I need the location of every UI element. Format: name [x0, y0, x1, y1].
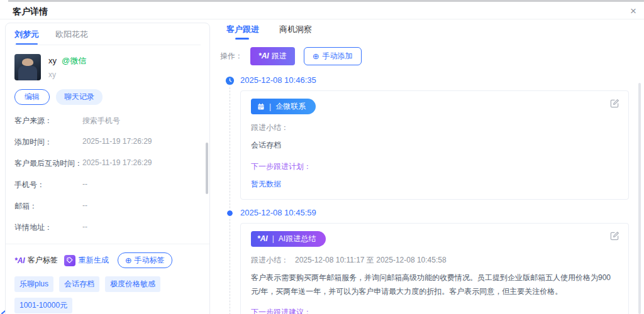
tab-customer-ouyanghuahua[interactable]: 欧阳花花: [55, 29, 88, 45]
dialog-header: 客户详情 ×: [0, 2, 644, 19]
follow-up-timeline: 2025-12-08 10:46:35 | 企微联系 跟进小结： 会话存档 下一…: [240, 75, 644, 314]
entry-timestamp: 2025-12-08 10:45:59: [240, 208, 629, 217]
customer-alias: xy: [48, 70, 86, 79]
field-source: 客户来源： 搜索手机号: [14, 116, 201, 126]
tag-item: 乐聊plus: [14, 276, 53, 292]
field-added-time: 添加时间： 2025-11-19 17:26:29: [14, 137, 201, 148]
customer-info-panel: 刘梦元 欧阳花花 xy@微信 xy 编辑 聊天记录 客户来源： 搜索手机号 添加…: [5, 23, 210, 314]
header-divider: [0, 19, 644, 19]
manual-tag-button[interactable]: ⊕ 手动标签: [118, 252, 172, 268]
wecom-contact-badge: | 企微联系: [251, 99, 316, 114]
ai-tags-section: *AI 客户标签 重新生成 ⊕ 手动标签 乐聊plus 会话存档 极度价格敏感 …: [14, 252, 201, 313]
customer-detail-dialog: 客户详情 × 刘梦元 欧阳花花 xy@微信 xy 编辑 聊天记录 客户来源： 搜…: [0, 0, 644, 314]
tab-customer-followup[interactable]: 客户跟进: [226, 20, 259, 40]
tag-icon[interactable]: [64, 255, 75, 266]
timeline-entry: 2025-12-08 10:46:35 | 企微联系 跟进小结： 会话存档 下一…: [240, 75, 629, 200]
regenerate-link[interactable]: 重新生成: [79, 255, 109, 266]
calendar-icon: [257, 103, 265, 111]
summary-body: 客户表示需要购买两年邮箱服务，并询问邮箱高级功能的收费情况。员工提到企业版邮箱五…: [251, 271, 618, 298]
ai-logo: *AI: [257, 234, 268, 243]
summary-label: 跟进小结：: [251, 122, 618, 133]
profile-info: xy@微信 xy: [48, 54, 86, 80]
summary-time-range: 2025-12-08 10:11:17 至 2025-12-08 10:45:5…: [295, 256, 447, 264]
ai-follow-button[interactable]: *AI跟进: [250, 47, 295, 65]
tags-section-title: 客户标签: [28, 255, 58, 266]
tag-item: 会话存档: [59, 276, 99, 292]
follow-up-panel: 客户跟进 商机洞察 操作： *AI跟进 ⊕ 手动添加 2025-12-08 10…: [217, 20, 644, 314]
entry-timestamp: 2025-12-08 10:46:35: [240, 75, 629, 85]
customer-tags: 乐聊plus 会话存档 极度价格敏感 1001-10000元: [14, 276, 201, 313]
field-email: 邮箱： --: [14, 201, 201, 212]
right-tabs: 客户跟进 商机洞察: [217, 20, 644, 40]
field-address: 详情地址： --: [14, 222, 201, 233]
left-panel-scrollbar[interactable]: [206, 143, 208, 194]
tab-customer-liumengyuan[interactable]: 刘梦元: [14, 29, 39, 45]
summary-text: 会话存档: [251, 139, 618, 153]
next-plan-text: 暂无数据: [251, 178, 618, 190]
edit-record-icon[interactable]: [610, 99, 619, 108]
customer-profile: xy@微信 xy: [14, 54, 201, 80]
circle-plus-icon: ⊕: [313, 52, 319, 60]
page-title: 客户详情: [13, 6, 48, 18]
follow-up-card: *AI | AI跟进总结 跟进小结：2025-12-08 10:11:17 至 …: [240, 223, 629, 314]
summary-label-row: 跟进小结：2025-12-08 10:11:17 至 2025-12-08 10…: [251, 255, 618, 266]
clock-icon: [225, 76, 235, 85]
right-panel-scrollbar[interactable]: [638, 83, 641, 314]
field-phone: 手机号： --: [14, 180, 201, 190]
circle-plus-icon: ⊕: [125, 256, 132, 264]
operations-row: 操作： *AI跟进 ⊕ 手动添加: [220, 47, 644, 65]
tag-item: 极度价格敏感: [105, 276, 160, 292]
section-divider: [6, 244, 209, 244]
timeline-entry: 2025-12-08 10:45:59 *AI | AI跟进总结 跟进小结：20…: [240, 208, 629, 314]
ai-summary-badge: *AI | AI跟进总结: [251, 231, 326, 247]
operations-label: 操作：: [220, 51, 243, 62]
manual-add-button[interactable]: ⊕ 手动添加: [304, 47, 362, 65]
edit-button[interactable]: 编辑: [14, 89, 50, 105]
customer-tabs: 刘梦元 欧阳花花: [14, 23, 201, 45]
timeline-dot: [227, 210, 233, 216]
next-suggestion-label: 下一步跟进建议：: [251, 307, 618, 314]
next-plan-label: 下一步跟进计划：: [251, 161, 618, 172]
follow-up-card: | 企微联系 跟进小结： 会话存档 下一步跟进计划： 暂无数据: [240, 90, 629, 200]
customer-fields: 客户来源： 搜索手机号 添加时间： 2025-11-19 17:26:29 客户…: [14, 116, 201, 233]
tag-item: 1001-10000元: [14, 298, 72, 313]
customer-name: xy: [48, 56, 57, 65]
field-last-interaction: 客户最后互动时间： 2025-11-19 17:26:29: [14, 158, 201, 169]
edit-record-icon[interactable]: [610, 231, 619, 241]
ai-logo: *AI: [14, 256, 25, 265]
wechat-channel-label: @微信: [62, 56, 86, 65]
close-icon[interactable]: ×: [630, 6, 636, 16]
ai-logo: *AI: [258, 51, 269, 60]
tab-business-insight[interactable]: 商机洞察: [279, 20, 312, 40]
chat-log-button[interactable]: 聊天记录: [56, 89, 103, 105]
avatar: [14, 54, 41, 80]
